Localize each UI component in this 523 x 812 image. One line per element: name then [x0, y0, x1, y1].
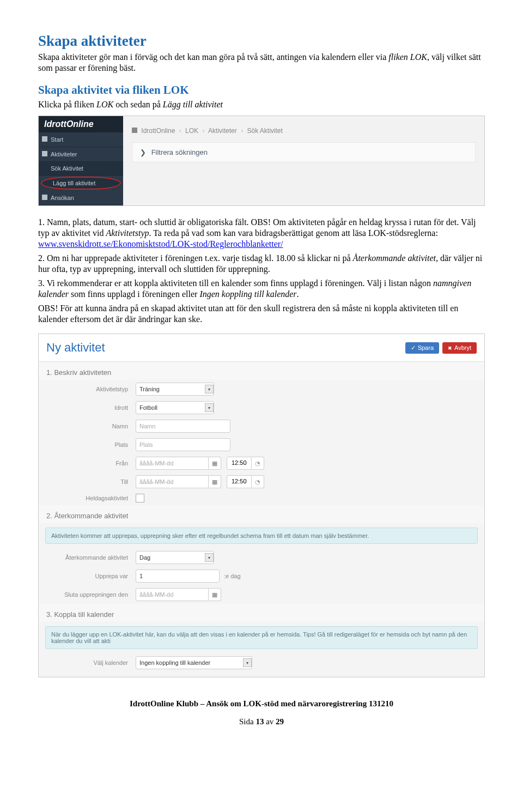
sidebar-item-ansokan[interactable]: Ansökan — [39, 191, 123, 205]
sidebar-sub-label: Lägg till aktivitet — [53, 180, 95, 186]
section-1-heading: 1. Beskriv aktiviteten — [39, 362, 484, 380]
page-a: Sida — [239, 717, 256, 726]
breadcrumb-item: Sök Aktivitet — [247, 127, 282, 135]
row-heldag: Heldagsaktivitet — [39, 491, 484, 505]
sidebar-item-label: Ansökan — [51, 195, 74, 201]
row-fran: Från åååå-MM-dd ▦ 12:50 ◔ — [39, 454, 484, 472]
section-heading: Skapa aktivitet via fliken LOK — [38, 83, 485, 97]
info-aterkommande: Aktiviteten kommer att upprepas, upprepn… — [45, 528, 478, 544]
info-kalender: När du lägger upp en LOK-aktivitet här, … — [45, 626, 478, 649]
p1-b: Aktivitetstyp — [106, 228, 149, 238]
row-namn: Namn Namn — [39, 417, 484, 435]
sidebar-sub-label: Sök Aktivitet — [51, 165, 83, 172]
input-namn[interactable]: Namn — [136, 420, 230, 433]
label-aktivitetstyp: Aktivitetstyp — [46, 386, 136, 392]
calendar-icon[interactable]: ▦ — [209, 475, 221, 488]
row-aktivitetstyp: Aktivitetstyp Träning ▾ — [39, 380, 484, 398]
p2-b: Återkommande aktivitet — [353, 253, 436, 263]
intro-paragraph: Skapa aktiviteter gör man i förväg och d… — [38, 52, 485, 74]
calendar-icon[interactable]: ▦ — [209, 457, 221, 470]
select-idrott[interactable]: Fotboll ▾ — [136, 401, 214, 414]
chevron-down-icon: ▾ — [243, 658, 252, 667]
breadcrumb-item[interactable]: Aktiviteter — [208, 127, 237, 135]
input-till-date[interactable]: åååå-MM-dd — [136, 475, 209, 488]
paragraph-4: OBS! För att kunna ändra på en skapad ak… — [38, 303, 485, 325]
label-upprepa: Upprepa var — [46, 573, 136, 579]
select-aterkommande[interactable]: Dag ▾ — [136, 551, 214, 564]
p3-e: . — [297, 289, 299, 299]
breadcrumb-separator: › — [200, 127, 206, 135]
input-sluta-date[interactable]: åååå-MM-dd — [136, 588, 209, 601]
row-plats: Plats Plats — [39, 435, 484, 454]
intro-text-1: Skapa aktiviteter gör man i förväg och d… — [38, 52, 388, 62]
lok-rules-link[interactable]: www.svenskidrott.se/Ekonomisktstod/LOK-s… — [38, 239, 283, 249]
logo: IdrottOnline — [39, 116, 123, 132]
sidebar-item-start[interactable]: Start — [39, 132, 123, 147]
label-plats: Plats — [46, 441, 136, 448]
home-icon — [132, 128, 137, 133]
breadcrumb-item[interactable]: LOK — [185, 127, 198, 135]
p3-a: 3. Vi rekommenderar er att koppla aktivi… — [38, 278, 433, 288]
chevron-down-icon: ▾ — [205, 403, 214, 412]
p3-c: som finns upplagd i föreningen eller — [69, 289, 199, 299]
select-value: Träning — [139, 386, 160, 392]
row-idrott: Idrott Fotboll ▾ — [39, 398, 484, 417]
sub-text-b: LOK — [96, 100, 113, 109]
label-valj-kalender: Välj kalender — [46, 659, 136, 666]
sidebar-sub-lagg-till[interactable]: Lägg till aktivitet — [41, 177, 121, 190]
breadcrumb: IdrottOnline › LOK › Aktiviteter › Sök A… — [132, 124, 476, 142]
cancel-button[interactable]: Avbryt — [442, 342, 477, 354]
label-namn: Namn — [46, 423, 136, 429]
sidebar-item-aktiviteter[interactable]: Aktiviteter — [39, 147, 123, 162]
sidebar-sub-sok[interactable]: Sök Aktivitet — [39, 162, 123, 175]
label-sluta: Sluta upprepningen den — [46, 591, 136, 598]
input-fran-date[interactable]: åååå-MM-dd — [136, 457, 209, 470]
check-icon — [411, 344, 416, 352]
section-sub-paragraph: Klicka på fliken LOK och sedan på Lägg t… — [38, 99, 485, 110]
filter-panel[interactable]: ❯ Filtrera sökningen — [132, 142, 476, 162]
sidebar-item-label: Start — [51, 136, 63, 143]
select-aktivitetstyp[interactable]: Träning ▾ — [136, 383, 214, 396]
calendar-icon — [42, 151, 47, 156]
input-fran-time[interactable]: 12:50 — [227, 457, 252, 470]
sub-text-c: och sedan på — [113, 100, 163, 109]
form-actions: Spara Avbryt — [405, 342, 477, 354]
select-kalender[interactable]: Ingen koppling till kalender ▾ — [136, 656, 252, 669]
sub-text-a: Klicka på fliken — [38, 100, 96, 109]
upprepa-suffix: :e dag — [220, 573, 241, 579]
close-icon — [448, 344, 452, 351]
clock-icon[interactable]: ◔ — [252, 457, 264, 470]
form-header: Ny aktivitet Spara Avbryt — [39, 334, 484, 362]
paragraph-1: 1. Namn, plats, datum, start- och slutti… — [38, 217, 485, 250]
select-value: Fotboll — [139, 404, 157, 411]
sub-text-d: Lägg till aktivitet — [163, 100, 223, 109]
chevron-down-icon: ▾ — [205, 553, 214, 562]
input-plats[interactable]: Plats — [136, 438, 230, 451]
checkbox-heldag[interactable] — [136, 494, 144, 502]
sidebar: IdrottOnline Start Aktiviteter Sök Aktiv… — [39, 116, 123, 205]
row-sluta: Sluta upprepningen den åååå-MM-dd ▦ — [39, 585, 484, 604]
p1-c: . Ta reda på vad som kan vara bidragsber… — [149, 228, 438, 238]
section-3-heading: 3. Koppla till kalender — [39, 604, 484, 622]
chevron-down-icon: ❯ — [140, 148, 146, 156]
page-number: Sida 13 av 29 — [38, 717, 485, 726]
calendar-icon[interactable]: ▦ — [209, 588, 221, 601]
chevron-down-icon: ▾ — [205, 385, 214, 393]
input-till-time[interactable]: 12:50 — [227, 475, 252, 488]
clock-icon[interactable]: ◔ — [252, 475, 264, 488]
main-panel: IdrottOnline › LOK › Aktiviteter › Sök A… — [123, 116, 484, 205]
save-label: Spara — [418, 344, 434, 351]
breadcrumb-item[interactable]: IdrottOnline — [141, 127, 175, 135]
select-value: Dag — [139, 554, 150, 561]
label-idrott: Idrott — [46, 404, 136, 411]
sidebar-item-label: Aktiviteter — [51, 151, 77, 157]
row-till: Till åååå-MM-dd ▦ 12:50 ◔ — [39, 472, 484, 491]
breadcrumb-separator: › — [177, 127, 184, 135]
page-d: 29 — [276, 717, 284, 726]
paragraph-3: 3. Vi rekommenderar er att koppla aktivi… — [38, 278, 485, 300]
row-valj-kalender: Välj kalender Ingen koppling till kalend… — [39, 653, 484, 677]
save-button[interactable]: Spara — [405, 342, 439, 354]
screenshot-nav: IdrottOnline Start Aktiviteter Sök Aktiv… — [38, 116, 485, 206]
p2-a: 2. Om ni har upprepade aktiviteter i för… — [38, 253, 353, 263]
input-upprepa[interactable]: 1 — [136, 569, 220, 583]
